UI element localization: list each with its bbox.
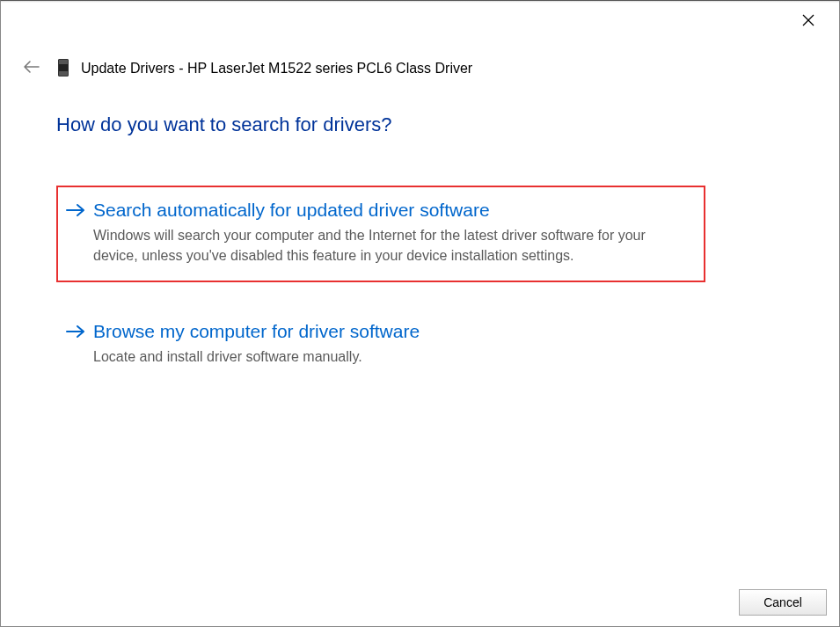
cancel-button[interactable]: Cancel [739,589,827,616]
window-title: Update Drivers - HP LaserJet M1522 serie… [81,61,472,77]
option-title: Browse my computer for driver software [93,319,690,343]
back-arrow-icon [23,60,40,77]
page-heading: How do you want to search for drivers? [56,113,786,136]
close-button[interactable] [788,8,829,36]
content-area: How do you want to search for drivers? S… [56,113,786,407]
arrow-right-icon [65,324,88,343]
arrow-right-icon [65,202,88,222]
close-icon [802,14,814,30]
option-search-automatically[interactable]: Search automatically for updated driver … [56,186,705,282]
option-description: Locate and install driver software manua… [93,346,690,367]
button-bar: Cancel [739,589,827,616]
option-title: Search automatically for updated driver … [93,198,690,222]
option-browse-computer[interactable]: Browse my computer for driver software L… [56,307,705,383]
printer-icon [58,59,70,78]
option-text: Search automatically for updated driver … [93,198,690,266]
back-button[interactable] [19,56,44,81]
option-description: Windows will search your computer and th… [93,225,690,266]
option-text: Browse my computer for driver software L… [93,319,690,367]
header-row: Update Drivers - HP LaserJet M1522 serie… [19,56,813,81]
